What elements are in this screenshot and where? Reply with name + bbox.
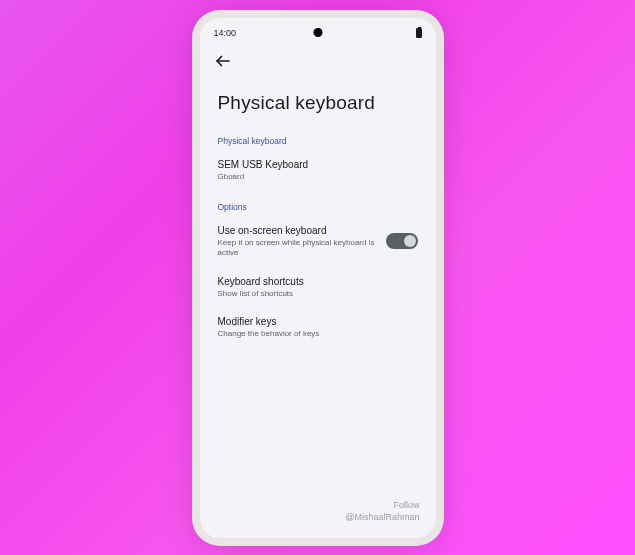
onscreen-keyboard-toggle[interactable] bbox=[386, 233, 418, 249]
status-icons bbox=[416, 28, 422, 38]
screen: 14:00 Physical keyboard Physical keyboar… bbox=[200, 18, 436, 538]
nav-bar bbox=[200, 42, 436, 78]
watermark-line1: Follow bbox=[345, 500, 419, 512]
modifier-keys-item[interactable]: Modifier keys Change the behavior of key… bbox=[200, 307, 436, 347]
phone-frame: 14:00 Physical keyboard Physical keyboar… bbox=[192, 10, 444, 546]
keyboard-device-title: SEM USB Keyboard bbox=[218, 158, 418, 171]
back-icon[interactable] bbox=[214, 52, 232, 70]
camera-hole bbox=[313, 28, 322, 37]
onscreen-keyboard-title: Use on-screen keyboard bbox=[218, 224, 376, 237]
onscreen-keyboard-item[interactable]: Use on-screen keyboard Keep it on screen… bbox=[200, 216, 436, 267]
watermark: Follow @MishaalRahman bbox=[345, 500, 419, 523]
keyboard-shortcuts-title: Keyboard shortcuts bbox=[218, 275, 418, 288]
status-time: 14:00 bbox=[214, 28, 237, 38]
section-header-options: Options bbox=[200, 196, 436, 216]
section-header-keyboard: Physical keyboard bbox=[200, 130, 436, 150]
keyboard-shortcuts-item[interactable]: Keyboard shortcuts Show list of shortcut… bbox=[200, 267, 436, 307]
keyboard-device-subtitle: Gboard bbox=[218, 172, 418, 182]
watermark-line2: @MishaalRahman bbox=[345, 512, 419, 524]
keyboard-device-item[interactable]: SEM USB Keyboard Gboard bbox=[200, 150, 436, 190]
page-title: Physical keyboard bbox=[200, 78, 436, 130]
battery-icon bbox=[416, 28, 422, 38]
onscreen-keyboard-subtitle: Keep it on screen while physical keyboar… bbox=[218, 238, 376, 259]
keyboard-shortcuts-subtitle: Show list of shortcuts bbox=[218, 289, 418, 299]
modifier-keys-title: Modifier keys bbox=[218, 315, 418, 328]
modifier-keys-subtitle: Change the behavior of keys bbox=[218, 329, 418, 339]
